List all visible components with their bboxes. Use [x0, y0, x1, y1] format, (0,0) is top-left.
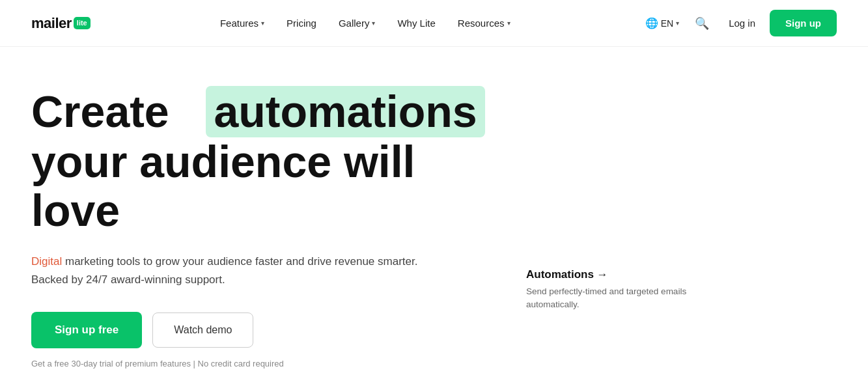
hero-subtitle-rest: marketing tools to grow your audience fa…: [31, 255, 417, 285]
nav-why-lite-label: Why Lite: [397, 18, 435, 29]
search-icon: 🔍: [695, 16, 709, 31]
nav-gallery[interactable]: Gallery ▾: [329, 12, 385, 34]
signup-nav-button[interactable]: Sign up: [770, 10, 837, 36]
nav-resources-label: Resources: [458, 18, 505, 29]
globe-icon: 🌐: [645, 17, 658, 29]
signup-free-button[interactable]: Sign up free: [31, 312, 142, 348]
hero-content: Create automations your audience will lo…: [31, 86, 500, 368]
logo-mailer-text: mailer: [31, 15, 72, 32]
chevron-down-icon: ▾: [676, 20, 679, 27]
nav-pricing[interactable]: Pricing: [277, 12, 326, 34]
hero-section: Create automations your audience will lo…: [0, 47, 868, 375]
hero-subtitle-colored: Digital: [31, 255, 62, 268]
automation-card-title: Automations →: [526, 268, 708, 281]
nav-gallery-label: Gallery: [339, 18, 370, 29]
lang-label: EN: [661, 18, 673, 29]
chevron-down-icon: ▾: [507, 20, 511, 27]
logo: mailer lite: [31, 15, 91, 32]
hero-right: Automations → Send perfectly-timed and t…: [500, 86, 708, 312]
hero-title: Create automations your audience will lo…: [31, 86, 500, 234]
nav-features[interactable]: Features ▾: [211, 12, 273, 34]
search-button[interactable]: 🔍: [690, 11, 714, 36]
logo-lite-badge: lite: [74, 17, 91, 29]
hero-buttons: Sign up free Watch demo: [31, 312, 500, 348]
nav-features-label: Features: [220, 18, 259, 29]
automation-card: Automations → Send perfectly-timed and t…: [526, 268, 708, 312]
hero-subtitle: Digital marketing tools to grow your aud…: [31, 253, 435, 288]
automation-card-description: Send perfectly-timed and targeted emails…: [526, 285, 708, 312]
nav-pricing-label: Pricing: [287, 18, 316, 29]
nav-right: 🌐 EN ▾ 🔍 Log in Sign up: [640, 10, 837, 36]
nav-links: Features ▾ Pricing Gallery ▾ Why Lite Re…: [91, 12, 640, 34]
navbar: mailer lite Features ▾ Pricing Gallery ▾…: [0, 0, 868, 47]
hero-title-highlight: automations: [206, 86, 484, 137]
hero-title-suffix: your audience will love: [31, 137, 415, 235]
watch-demo-button[interactable]: Watch demo: [152, 312, 253, 348]
chevron-down-icon: ▾: [372, 20, 375, 27]
chevron-down-icon: ▾: [261, 20, 264, 27]
language-selector[interactable]: 🌐 EN ▾: [640, 13, 684, 33]
hero-title-prefix: Create: [31, 87, 169, 136]
nav-resources[interactable]: Resources ▾: [449, 12, 520, 34]
hero-fine-print: Get a free 30-day trial of premium featu…: [31, 359, 500, 368]
login-button[interactable]: Log in: [720, 12, 764, 34]
nav-why-lite[interactable]: Why Lite: [388, 12, 444, 34]
